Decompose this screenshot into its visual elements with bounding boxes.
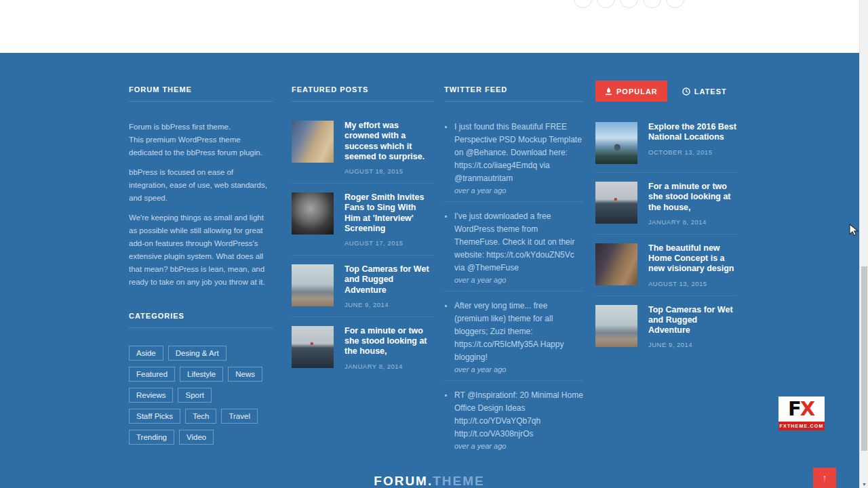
- tweet-timestamp: over a year ago: [454, 442, 583, 450]
- widget-title-forum-theme: FORUM THEME: [129, 85, 273, 102]
- page: FORUM THEME Forum is bbPress first theme…: [0, 0, 859, 488]
- tweet-timestamp: over a year ago: [454, 276, 583, 284]
- scrollbar-down-arrow-icon[interactable]: ▼: [860, 482, 868, 487]
- clock-icon: [682, 87, 690, 96]
- category-tag[interactable]: Trending: [129, 430, 174, 445]
- popular-post-item: Top Cameras for Wet and Rugged Adventure…: [595, 305, 736, 357]
- post-title[interactable]: Top Cameras for Wet and Rugged Adventure: [344, 264, 434, 296]
- category-tags: Aside Desing & Art Featured Lifestyle Ne…: [129, 346, 273, 451]
- post-title[interactable]: The beautiful new Home Concept is a new …: [648, 243, 736, 274]
- popular-latest-tabbar: POPULAR LATEST: [595, 81, 736, 102]
- category-tag[interactable]: Desing & Art: [168, 346, 226, 361]
- footer: FORUM THEME Forum is bbPress first theme…: [0, 53, 859, 488]
- widget-title-twitter-feed: TWITTER FEED: [444, 85, 583, 102]
- post-date: JANUARY 8, 2014: [648, 218, 736, 226]
- post-thumbnail[interactable]: [595, 182, 637, 224]
- fxtheme-logo[interactable]: FX FXTHEME.COM: [778, 396, 825, 430]
- tweet-item: After very long time... free (premium li…: [444, 300, 583, 381]
- post-title[interactable]: Explore the 2016 Best National Locations: [648, 122, 736, 143]
- category-tag[interactable]: Lifestyle: [180, 367, 223, 382]
- featured-post-item: My effort was crowned with a success whi…: [292, 121, 434, 184]
- post-thumbnail[interactable]: [292, 264, 334, 306]
- footer-widget-popular-latest: POPULAR LATEST Explore the 2016 Best Nat…: [595, 81, 736, 465]
- category-tag[interactable]: Travel: [221, 409, 258, 424]
- post-title[interactable]: Top Cameras for Wet and Rugged Adventure: [648, 305, 736, 336]
- tab-latest[interactable]: LATEST: [682, 87, 727, 96]
- share-button-icon[interactable]: [666, 0, 684, 8]
- scroll-to-top-button[interactable]: ↑: [813, 468, 836, 488]
- popular-post-item: The beautiful new Home Concept is a new …: [595, 243, 736, 296]
- popular-post-item: For a minute or two she stood looking at…: [595, 182, 736, 235]
- post-date: AUGUST 17, 2015: [344, 239, 434, 247]
- footer-widget-featured-posts: FEATURED POSTS My effort was crowned wit…: [292, 85, 434, 465]
- category-tag[interactable]: Featured: [129, 367, 175, 382]
- arrow-up-icon: ↑: [823, 472, 827, 483]
- featured-post-item: For a minute or two she stood looking at…: [292, 326, 434, 378]
- tweet-timestamp: over a year ago: [454, 186, 583, 195]
- site-logo[interactable]: FORUM.THEME: [374, 474, 484, 488]
- widget-title-featured-posts: FEATURED POSTS: [292, 85, 434, 102]
- about-paragraph: Forum is bbPress first theme. This premi…: [129, 121, 273, 159]
- fx-logo-f: F: [788, 399, 800, 419]
- category-tag[interactable]: Video: [179, 430, 214, 445]
- tab-latest-label: LATEST: [694, 87, 727, 96]
- widget-title-categories: CATEGORIES: [129, 312, 273, 328]
- post-thumbnail[interactable]: [595, 305, 637, 347]
- tab-popular-label: POPULAR: [616, 87, 658, 96]
- post-date: JUNE 9, 2014: [648, 341, 736, 348]
- post-title[interactable]: For a minute or two she stood looking at…: [648, 182, 736, 213]
- tweet-text[interactable]: After very long time... free (premium li…: [454, 300, 583, 364]
- share-buttons-row: [574, 0, 684, 8]
- site-logo-secondary: THEME: [433, 474, 485, 488]
- category-tag[interactable]: Staff Picks: [129, 409, 180, 424]
- featured-post-item: Top Cameras for Wet and Rugged Adventure…: [292, 264, 434, 317]
- post-thumbnail[interactable]: [595, 243, 637, 285]
- flame-icon: [605, 87, 612, 96]
- category-tag[interactable]: Reviews: [129, 388, 173, 403]
- post-title[interactable]: My effort was crowned with a success whi…: [344, 121, 434, 162]
- tweet-text[interactable]: I've just downloaded a free WordPress th…: [454, 210, 583, 274]
- share-button-icon[interactable]: [643, 0, 661, 8]
- tweet-item: RT @Inspirationf: 20 Minimal Home Office…: [444, 389, 583, 457]
- tweet-text[interactable]: I just found this Beautiful FREE Perspec…: [454, 121, 583, 185]
- post-date: AUGUST 18, 2015: [344, 167, 434, 175]
- post-title[interactable]: Roger Smith Invites Fans to Sing With Hi…: [344, 192, 434, 234]
- tab-popular[interactable]: POPULAR: [595, 81, 667, 102]
- site-logo-primary: FORUM.: [374, 474, 433, 488]
- category-tag[interactable]: Aside: [129, 346, 163, 361]
- category-tag[interactable]: Sport: [178, 388, 212, 403]
- post-date: JUNE 9, 2014: [344, 301, 434, 308]
- fxtheme-logo-mark: FX: [778, 396, 825, 422]
- share-button-icon[interactable]: [620, 0, 638, 8]
- footer-widget-twitter-feed: TWITTER FEED I just found this Beautiful…: [444, 85, 583, 465]
- about-paragraph: bbPress is focused on ease of integratio…: [129, 166, 273, 205]
- scrollbar-track[interactable]: ▼: [859, 0, 868, 488]
- share-button-icon[interactable]: [597, 0, 615, 8]
- about-paragraph: We're keeping things as small and light …: [129, 211, 273, 289]
- post-date: JANUARY 8, 2014: [344, 363, 434, 370]
- footer-widget-about: FORUM THEME Forum is bbPress first theme…: [129, 85, 273, 465]
- tweet-item: I just found this Beautiful FREE Perspec…: [444, 121, 583, 202]
- featured-post-item: Roger Smith Invites Fans to Sing With Hi…: [292, 192, 434, 256]
- tweet-item: I've just downloaded a free WordPress th…: [444, 210, 583, 291]
- tweet-text[interactable]: RT @Inspirationf: 20 Minimal Home Office…: [454, 389, 583, 441]
- post-date: OCTOBER 13, 2015: [648, 148, 736, 156]
- popular-post-item: Explore the 2016 Best National Locations…: [595, 122, 736, 173]
- scrollbar-thumb[interactable]: [861, 266, 867, 451]
- fxtheme-logo-site: FXTHEME.COM: [778, 422, 825, 430]
- post-thumbnail[interactable]: [292, 192, 334, 235]
- share-button-icon[interactable]: [574, 0, 592, 8]
- post-title[interactable]: For a minute or two she stood looking at…: [344, 326, 434, 357]
- post-thumbnail[interactable]: [292, 326, 334, 368]
- fx-logo-x: X: [800, 399, 815, 419]
- post-date: AUGUST 13, 2015: [648, 280, 736, 287]
- post-thumbnail[interactable]: [292, 121, 334, 163]
- tweet-timestamp: over a year ago: [454, 365, 583, 373]
- post-thumbnail[interactable]: [595, 122, 637, 164]
- category-tag[interactable]: Tech: [185, 409, 216, 424]
- category-tag[interactable]: News: [228, 367, 262, 382]
